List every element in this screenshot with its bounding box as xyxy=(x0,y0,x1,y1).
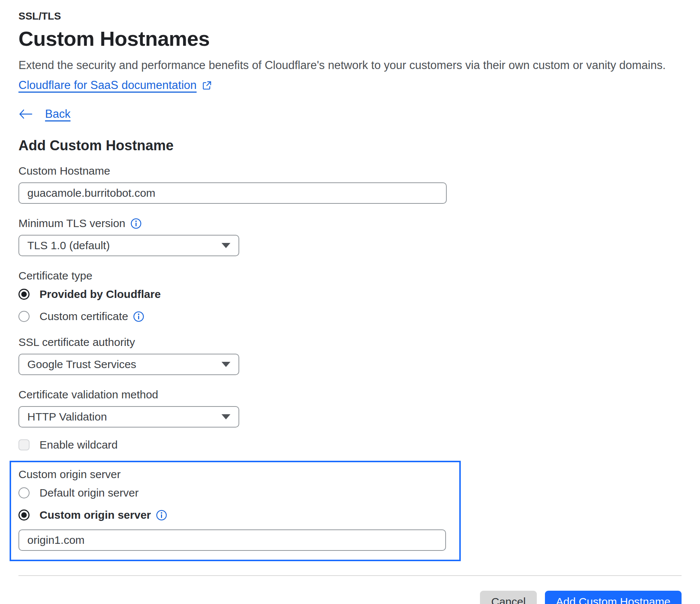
chevron-down-icon xyxy=(222,362,230,367)
custom-hostname-label-text: Custom Hostname xyxy=(18,165,110,177)
custom-origin-server-label: Custom origin server xyxy=(18,468,452,481)
min-tls-select[interactable]: TLS 1.0 (default) xyxy=(18,235,239,256)
custom-origin-server-section: Custom origin server Default origin serv… xyxy=(10,461,461,561)
enable-wildcard-label: Enable wildcard xyxy=(40,439,118,451)
custom-hostnames-page: SSL/TLS Custom Hostnames Extend the secu… xyxy=(0,0,700,604)
ssl-authority-select[interactable]: Google Trust Services xyxy=(18,354,239,375)
radio-custom-certificate[interactable]: Custom certificate xyxy=(18,310,682,323)
certificate-type-label-text: Certificate type xyxy=(18,270,92,282)
custom-origin-server-input[interactable] xyxy=(18,529,446,551)
external-link-icon xyxy=(202,80,212,91)
footer-actions: Cancel Add Custom Hostname xyxy=(18,591,682,604)
back-arrow-icon[interactable] xyxy=(18,109,33,120)
back-link[interactable]: Back xyxy=(45,107,71,121)
info-icon[interactable] xyxy=(133,311,144,322)
form-heading: Add Custom Hostname xyxy=(18,138,682,154)
info-icon[interactable] xyxy=(156,509,167,521)
radio-label: Custom certificate xyxy=(40,310,128,323)
radio-provided-by-cloudflare[interactable]: Provided by Cloudflare xyxy=(18,288,682,301)
info-icon[interactable] xyxy=(130,218,142,229)
custom-hostname-label: Custom Hostname xyxy=(18,165,682,177)
radio-icon xyxy=(18,311,30,322)
validation-method-selected-value: HTTP Validation xyxy=(27,411,107,423)
radio-icon xyxy=(18,509,30,521)
ssl-authority-label: SSL certificate authority xyxy=(18,336,682,349)
saas-documentation-link[interactable]: Cloudflare for SaaS documentation xyxy=(18,79,197,92)
validation-method-label-text: Certificate validation method xyxy=(18,388,158,401)
radio-default-origin-server[interactable]: Default origin server xyxy=(18,487,452,499)
min-tls-label: Minimum TLS version xyxy=(18,217,682,230)
enable-wildcard-checkbox-row[interactable]: Enable wildcard xyxy=(18,439,682,451)
custom-hostname-input[interactable] xyxy=(18,182,447,204)
divider xyxy=(18,575,682,576)
ssl-authority-label-text: SSL certificate authority xyxy=(18,336,135,349)
page-description: Extend the security and performance bene… xyxy=(18,59,682,72)
cancel-button[interactable]: Cancel xyxy=(480,591,536,604)
radio-label-wrap: Custom certificate xyxy=(40,310,144,323)
radio-label-wrap: Custom origin server xyxy=(40,509,167,521)
radio-label: Custom origin server xyxy=(40,509,151,521)
breadcrumb: SSL/TLS xyxy=(18,10,682,22)
min-tls-label-text: Minimum TLS version xyxy=(18,217,126,230)
min-tls-selected-value: TLS 1.0 (default) xyxy=(27,239,110,252)
chevron-down-icon xyxy=(222,414,230,419)
checkbox-icon[interactable] xyxy=(18,439,30,450)
radio-custom-origin-server[interactable]: Custom origin server xyxy=(18,509,452,521)
validation-method-label: Certificate validation method xyxy=(18,388,682,401)
validation-method-select[interactable]: HTTP Validation xyxy=(18,406,239,428)
radio-icon xyxy=(18,289,30,300)
certificate-type-label: Certificate type xyxy=(18,270,682,282)
page-title: Custom Hostnames xyxy=(18,27,682,51)
radio-label: Provided by Cloudflare xyxy=(40,288,161,301)
radio-label: Default origin server xyxy=(40,487,138,499)
custom-origin-server-label-text: Custom origin server xyxy=(18,468,121,481)
add-custom-hostname-button[interactable]: Add Custom Hostname xyxy=(545,591,682,604)
doc-link-row: Cloudflare for SaaS documentation xyxy=(18,79,682,92)
ssl-authority-selected-value: Google Trust Services xyxy=(27,358,136,371)
chevron-down-icon xyxy=(222,243,230,248)
radio-icon xyxy=(18,487,30,498)
back-row: Back xyxy=(18,107,682,121)
